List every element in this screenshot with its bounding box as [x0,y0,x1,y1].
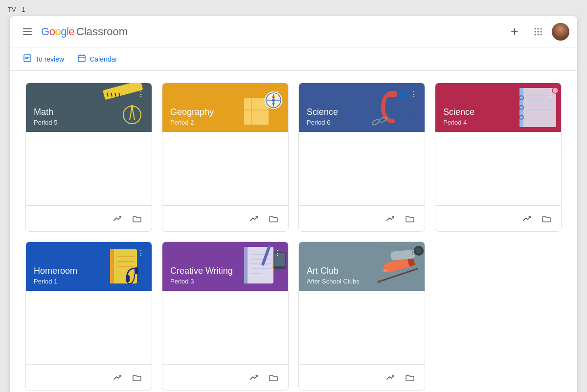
card-math-subtitle: Period 5 [34,119,144,126]
card-science4-folder-button[interactable] [538,210,555,227]
svg-point-3 [535,28,536,29]
svg-point-6 [535,31,536,32]
avatar[interactable] [552,23,569,41]
svg-point-4 [538,28,539,29]
card-homeroom-title: Homeroom [34,266,144,277]
app-window: Google Classroom [10,16,577,392]
card-geography-body [162,132,288,205]
svg-point-8 [541,31,542,32]
card-geography-title: Geography [170,107,280,118]
card-geography-folder-button[interactable] [265,210,282,227]
card-science4-subtitle: Period 4 [443,119,553,126]
nav-bar: To review Calendar [10,47,577,71]
window-title: TV - 1 [0,0,587,16]
card-creative-writing-menu-button[interactable]: ⋮ [271,246,284,260]
header-actions [505,22,569,42]
card-geography[interactable]: Geography Period 2 ⋮ [162,83,289,232]
card-math-body [26,132,152,205]
svg-rect-33 [389,91,397,97]
card-science6-footer [299,205,425,231]
card-science6-folder-button[interactable] [401,210,419,227]
logo: Google Classroom [41,25,128,38]
card-science4-trend-button[interactable] [518,210,536,227]
card-science6-trend-button[interactable] [382,210,399,227]
card-homeroom-trend-button[interactable] [109,369,126,386]
card-science6-menu-button[interactable]: ⋮ [407,87,421,101]
calendar-label: Calendar [90,55,117,63]
card-creative-writing[interactable]: Creative Writing Period 3 ⋮ [162,241,289,391]
card-math-trend-button[interactable] [109,210,126,227]
card-art-club-header: Art Club After School Clubs ⋮ [299,242,425,291]
card-math-menu-button[interactable]: ⋮ [134,87,148,101]
apps-button[interactable] [528,22,548,42]
card-science6-header: Science Period 6 ⋮ [299,83,425,132]
card-geography-menu-button[interactable]: ⋮ [271,87,284,101]
card-science4[interactable]: Science Period 4 ⋮ [435,83,562,232]
card-math-header: Math Period 5 ⋮ [26,83,152,132]
card-geography-header: Geography Period 2 ⋮ [162,83,288,132]
header: Google Classroom [10,16,577,47]
cards-row-2: Homeroom Period 1 ⋮ [25,241,562,391]
calendar-nav-item[interactable]: Calendar [72,51,123,67]
svg-rect-0 [23,28,32,29]
svg-rect-34 [399,91,406,97]
card-art-club-footer [299,364,425,390]
svg-point-5 [541,28,542,29]
card-geography-trend-button[interactable] [245,210,263,227]
card-homeroom-menu-button[interactable]: ⋮ [134,246,148,260]
card-art-club-trend-button[interactable] [382,369,399,386]
card-science4-menu-button[interactable]: ⋮ [543,87,557,101]
card-creative-writing-footer [162,364,288,390]
card-science6-subtitle: Period 6 [307,119,417,126]
logo-classroom-text: Classroom [76,25,128,38]
card-math-footer [26,205,152,231]
card-creative-writing-subtitle: Period 3 [170,278,280,285]
card-science6-body [299,132,425,205]
svg-point-11 [541,34,542,35]
card-art-club-menu-button[interactable]: ⋮ [407,246,421,260]
calendar-icon [78,54,86,64]
avatar-image [552,23,569,41]
to-review-label: To review [35,55,64,63]
to-review-nav-item[interactable]: To review [18,51,70,67]
svg-rect-1 [23,31,32,32]
card-math-title: Math [34,107,144,118]
card-homeroom-header: Homeroom Period 1 ⋮ [26,242,152,291]
svg-point-7 [538,31,539,32]
card-homeroom-subtitle: Period 1 [34,278,144,285]
card-homeroom-footer [26,364,152,390]
svg-point-10 [538,34,539,35]
card-creative-writing-title: Creative Writing [170,266,280,277]
hamburger-menu-button[interactable] [18,22,37,42]
svg-rect-12 [24,55,31,62]
card-art-club-folder-button[interactable] [401,369,419,386]
card-creative-writing-body [162,291,288,364]
card-science4-title: Science [443,107,553,118]
card-homeroom-body [26,291,152,364]
card-homeroom-folder-button[interactable] [128,369,146,386]
card-art-club[interactable]: Art Club After School Clubs ⋮ [298,241,425,391]
logo-google-text: Google [41,25,74,38]
card-creative-writing-header: Creative Writing Period 3 ⋮ [162,242,288,291]
card-art-club-title: Art Club [307,266,417,277]
cards-row-1: Math Period 5 ⋮ [25,83,562,232]
card-science4-header: Science Period 4 ⋮ [435,83,561,132]
svg-rect-2 [23,34,32,35]
card-art-club-body [299,291,425,364]
card-math[interactable]: Math Period 5 ⋮ [25,83,152,232]
card-homeroom[interactable]: Homeroom Period 1 ⋮ [25,241,152,391]
card-geography-footer [162,205,288,231]
card-science6[interactable]: Science Period 6 ⋮ [298,83,425,232]
svg-rect-13 [78,55,85,62]
to-review-icon [23,54,31,64]
card-art-club-subtitle: After School Clubs [307,278,417,285]
card-science6-title: Science [307,107,417,118]
card-math-folder-button[interactable] [128,210,146,227]
add-button[interactable] [505,22,524,42]
card-science4-body [435,132,561,205]
card-geography-subtitle: Period 2 [170,119,280,126]
svg-point-9 [535,34,536,35]
card-creative-writing-folder-button[interactable] [265,369,282,386]
card-creative-writing-trend-button[interactable] [245,369,263,386]
main-content: Math Period 5 ⋮ [10,71,577,392]
